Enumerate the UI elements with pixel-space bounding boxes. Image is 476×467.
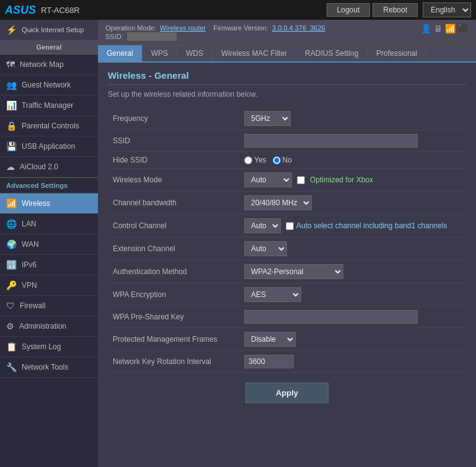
ssid-control bbox=[244, 134, 466, 148]
quick-internet-setup[interactable]: ⚡ Quick Internet Setup bbox=[0, 20, 98, 40]
channel-bw-select[interactable]: 20 MHz 40 MHz 20/40 MHz 20/40/80 MHz bbox=[244, 195, 312, 210]
guest-network-label: Guest Network bbox=[22, 81, 71, 89]
auth-method-row: Authentication Method Open System WPA-Pe… bbox=[108, 260, 466, 283]
reboot-button[interactable]: Reboot bbox=[372, 3, 418, 17]
control-ch-select[interactable]: Auto 1611 36404448 bbox=[244, 218, 281, 233]
auth-method-select[interactable]: Open System WPA-Personal WPA2-Personal W… bbox=[244, 264, 343, 279]
logout-button[interactable]: Logout bbox=[327, 3, 371, 17]
sidebar-item-administration[interactable]: ⚙ Administration bbox=[0, 316, 98, 337]
sidebar-item-parental-controls[interactable]: 🔒 Parental Controls bbox=[0, 116, 98, 136]
aicloud-icon: ☁ bbox=[6, 162, 15, 172]
network-icon[interactable]: 🖥 bbox=[434, 24, 443, 33]
pmf-select[interactable]: Disable Capable Required bbox=[244, 332, 296, 347]
sidebar-item-vpn[interactable]: 🔑 VPN bbox=[0, 275, 98, 296]
sidebar: ⚡ Quick Internet Setup General 🗺 Network… bbox=[0, 20, 98, 467]
wireless-mode-row: Wireless Mode Auto N only AC only Legacy… bbox=[108, 169, 466, 192]
wpa-key-input[interactable] bbox=[244, 310, 418, 324]
hide-ssid-no-label[interactable]: No bbox=[273, 156, 292, 164]
pmf-control: Disable Capable Required bbox=[244, 332, 466, 347]
language-select[interactable]: English bbox=[423, 2, 471, 17]
wireless-icon: 📶 bbox=[6, 198, 17, 208]
lan-icon: 🌐 bbox=[6, 219, 17, 229]
wpa-enc-select[interactable]: AES TKIP TKIP+AES bbox=[244, 287, 301, 302]
sidebar-item-ipv6[interactable]: 🔢 IPv6 bbox=[0, 255, 98, 275]
auto-select-label[interactable]: Auto select channel including band1 chan… bbox=[286, 221, 447, 230]
info-bar-text: Operation Mode: Wireless router Firmware… bbox=[105, 24, 421, 41]
ipv6-icon: 🔢 bbox=[6, 260, 17, 270]
sidebar-item-aicloud[interactable]: ☁ AiCloud 2.0 bbox=[0, 157, 98, 177]
sidebar-item-guest-network[interactable]: 👥 Guest Network bbox=[0, 75, 98, 96]
ssid-input[interactable] bbox=[244, 134, 418, 148]
tab-general[interactable]: General bbox=[98, 45, 143, 61]
apply-button[interactable]: Apply bbox=[245, 383, 328, 403]
hide-ssid-label: Hide SSID bbox=[108, 156, 244, 164]
qis-icon: ⚡ bbox=[6, 25, 17, 35]
apply-row: Apply bbox=[108, 373, 466, 408]
administration-icon: ⚙ bbox=[6, 321, 14, 331]
lan-label: LAN bbox=[22, 220, 36, 228]
auto-select-checkbox[interactable] bbox=[286, 222, 294, 230]
info-bar-icons: 👤 🖥 📶 ⬛ bbox=[421, 24, 469, 33]
hide-ssid-row: Hide SSID Yes No bbox=[108, 152, 466, 169]
wifi-status-icon[interactable]: 📶 bbox=[445, 24, 456, 33]
control-ch-label: Control Channel bbox=[108, 221, 244, 230]
tab-mac-filter[interactable]: Wireless MAC Filter bbox=[213, 45, 296, 61]
operation-mode-line: Operation Mode: Wireless router Firmware… bbox=[105, 24, 325, 32]
qis-label: Quick Internet Setup bbox=[22, 25, 84, 34]
hide-ssid-no-radio[interactable] bbox=[273, 156, 281, 164]
usb-status-icon[interactable]: ⬛ bbox=[458, 24, 469, 33]
operation-mode-value[interactable]: Wireless router bbox=[160, 24, 206, 32]
ssid-label: SSID bbox=[108, 136, 244, 145]
sidebar-item-network-map[interactable]: 🗺 Network Map bbox=[0, 55, 98, 75]
wireless-mode-label: Wireless Mode bbox=[108, 176, 244, 184]
tab-wps[interactable]: WPS bbox=[143, 45, 177, 61]
key-rot-row: Network Key Rotation Interval bbox=[108, 351, 466, 373]
main-layout: ⚡ Quick Internet Setup General 🗺 Network… bbox=[0, 20, 476, 467]
sidebar-item-system-log[interactable]: 📋 System Log bbox=[0, 337, 98, 357]
channel-bw-row: Channel bandwidth 20 MHz 40 MHz 20/40 MH… bbox=[108, 192, 466, 215]
operation-mode-label: Operation Mode: bbox=[105, 24, 156, 32]
channel-bw-label: Channel bandwidth bbox=[108, 198, 244, 207]
sidebar-item-wan[interactable]: 🌍 WAN bbox=[0, 234, 98, 255]
ext-ch-label: Extension Channel bbox=[108, 244, 244, 253]
hide-ssid-yes-label[interactable]: Yes bbox=[244, 156, 267, 164]
ext-ch-control: Auto Above Below bbox=[244, 241, 466, 256]
pmf-label: Protected Management Frames bbox=[108, 335, 244, 344]
guest-network-icon: 👥 bbox=[6, 80, 17, 90]
sidebar-item-firewall[interactable]: 🛡 Firewall bbox=[0, 296, 98, 316]
tab-professional[interactable]: Professional bbox=[368, 45, 426, 61]
firewall-icon: 🛡 bbox=[6, 301, 15, 311]
key-rot-input[interactable] bbox=[244, 355, 294, 368]
wpa-enc-row: WPA Encryption AES TKIP TKIP+AES bbox=[108, 283, 466, 306]
xbox-opt-label: Optimized for Xbox bbox=[310, 176, 373, 184]
sidebar-item-traffic-manager[interactable]: 📊 Traffic Manager bbox=[0, 96, 98, 116]
wpa-key-row: WPA Pre-Shared Key bbox=[108, 306, 466, 328]
content-area: Operation Mode: Wireless router Firmware… bbox=[98, 20, 476, 467]
system-log-label: System Log bbox=[22, 342, 61, 351]
firmware-value[interactable]: 3.0.0.4.376_3626 bbox=[272, 24, 325, 32]
sidebar-item-wireless[interactable]: 📶 Wireless bbox=[0, 193, 98, 214]
tab-wds[interactable]: WDS bbox=[177, 45, 213, 61]
sidebar-item-usb-application[interactable]: 💾 USB Application bbox=[0, 136, 98, 157]
user-icon[interactable]: 👤 bbox=[421, 24, 431, 33]
frequency-control: 2.4GHz 5GHz bbox=[244, 111, 466, 126]
pmf-row: Protected Management Frames Disable Capa… bbox=[108, 328, 466, 351]
ext-ch-row: Extension Channel Auto Above Below bbox=[108, 238, 466, 260]
tab-radius[interactable]: RADIUS Setting bbox=[296, 45, 368, 61]
xbox-opt-checkbox[interactable] bbox=[297, 176, 305, 184]
wireless-mode-select[interactable]: Auto N only AC only Legacy bbox=[244, 172, 292, 187]
ext-ch-select[interactable]: Auto Above Below bbox=[244, 241, 287, 256]
key-rot-control bbox=[244, 355, 466, 368]
sidebar-item-network-tools[interactable]: 🔧 Network Tools bbox=[0, 357, 98, 378]
firmware-label: Firmware Version: bbox=[213, 24, 268, 32]
frequency-select[interactable]: 2.4GHz 5GHz bbox=[244, 111, 291, 126]
network-map-label: Network Map bbox=[20, 60, 64, 69]
ipv6-label: IPv6 bbox=[22, 260, 37, 269]
network-tools-icon: 🔧 bbox=[6, 362, 17, 372]
page-subtitle: Set up the wireless related information … bbox=[108, 90, 466, 99]
page-content: Wireless - General Set up the wireless r… bbox=[98, 63, 476, 467]
ssid-value bbox=[127, 32, 177, 41]
sidebar-item-lan[interactable]: 🌐 LAN bbox=[0, 214, 98, 234]
hide-ssid-yes-radio[interactable] bbox=[244, 156, 252, 164]
wpa-enc-label: WPA Encryption bbox=[108, 290, 244, 299]
